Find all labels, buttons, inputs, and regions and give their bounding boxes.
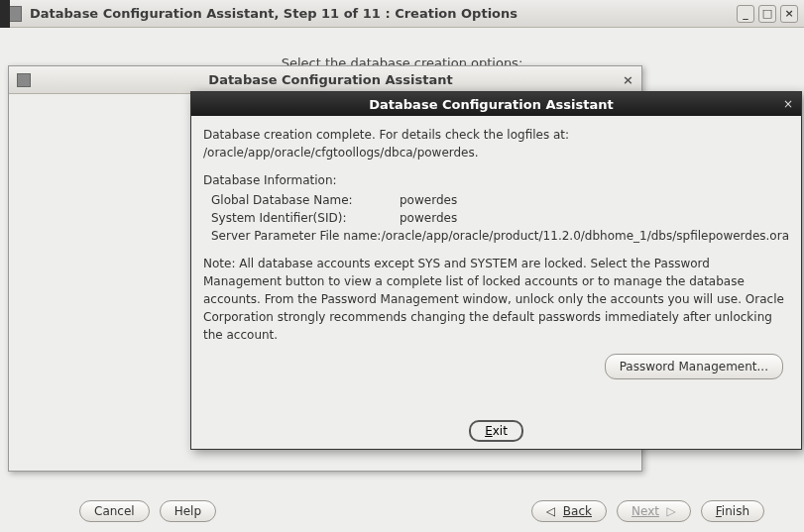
spf-label: Server Parameter File name: xyxy=(211,227,382,245)
back-button[interactable]: ◁ Back xyxy=(531,500,607,522)
close-icon[interactable]: × xyxy=(783,97,793,111)
window-title: Database Configuration Assistant, Step 1… xyxy=(30,6,733,21)
sid-value: powerdes xyxy=(400,209,457,227)
close-button[interactable]: × xyxy=(780,5,798,23)
exit-button[interactable]: Exit xyxy=(469,420,523,442)
cancel-button[interactable]: Cancel xyxy=(79,500,150,522)
sid-label: System Identifier(SID): xyxy=(211,209,400,227)
gdn-label: Global Database Name: xyxy=(211,191,400,209)
minimize-button[interactable]: _ xyxy=(737,5,754,23)
db-info-header: Database Information: xyxy=(203,171,789,189)
completion-dialog-titlebar: Database Configuration Assistant × xyxy=(191,92,801,116)
completion-dialog: Database Configuration Assistant × Datab… xyxy=(190,91,802,450)
next-button: Next ▷ xyxy=(617,500,691,522)
dialog-icon xyxy=(17,73,31,87)
maximize-button[interactable]: □ xyxy=(758,5,776,23)
gdn-value: powerdes xyxy=(400,191,457,209)
progress-dialog-titlebar: Database Configuration Assistant × xyxy=(9,66,641,94)
completion-logpath: /oracle/app/oracle/cfgtoollogs/dbca/powe… xyxy=(203,146,479,160)
completion-line1: Database creation complete. For details … xyxy=(203,128,569,142)
spf-value: /oracle/app/oracle/product/11.2.0/dbhome… xyxy=(382,227,789,245)
completion-dialog-title: Database Configuration Assistant xyxy=(199,97,783,112)
next-label: Next xyxy=(632,504,659,518)
close-icon[interactable]: × xyxy=(623,72,633,87)
completion-dialog-body: Database creation complete. For details … xyxy=(191,116,801,389)
window-titlebar: Database Configuration Assistant, Step 1… xyxy=(0,0,804,28)
back-label: Back xyxy=(563,504,592,518)
progress-dialog-title: Database Configuration Assistant xyxy=(39,72,623,87)
password-management-button[interactable]: Password Management... xyxy=(605,354,783,379)
wizard-footer: Cancel Help ◁ Back Next ▷ Finish xyxy=(79,500,764,522)
finish-button[interactable]: Finish xyxy=(701,500,764,522)
help-button[interactable]: Help xyxy=(160,500,216,522)
account-note: Note: All database accounts except SYS a… xyxy=(203,255,789,344)
